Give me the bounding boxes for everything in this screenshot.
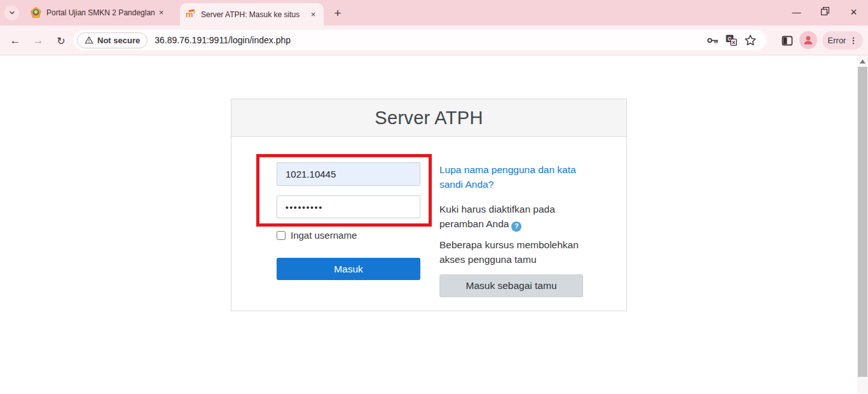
tab-bar: Portal Ujian SMKN 2 Pandeglan × m Server… <box>0 0 868 25</box>
scrollbar-thumb[interactable] <box>858 67 867 377</box>
remember-username-label: Ingat username <box>291 230 357 241</box>
password-key-icon[interactable] <box>703 31 722 49</box>
site-title: Server ATPH <box>375 108 483 129</box>
restore-icon <box>821 7 829 17</box>
forgot-credentials-link[interactable]: Lupa nama pengguna dan kata sandi Anda? <box>439 162 582 192</box>
browser-window: Portal Ujian SMKN 2 Pandeglan × m Server… <box>0 0 868 394</box>
password-input[interactable] <box>277 195 420 218</box>
window-controls: — × <box>782 0 868 24</box>
profile-avatar[interactable] <box>799 31 817 49</box>
tab-portal-ujian[interactable]: Portal Ujian SMKN 2 Pandeglan × <box>25 0 172 25</box>
guest-access-notice: Beberapa kursus membolehkan akses penggu… <box>439 237 582 267</box>
cookies-notice: Kuki harus diaktifkan pada peramban Anda… <box>439 202 582 232</box>
close-window-button[interactable]: × <box>839 0 868 24</box>
tab-title: Server ATPH: Masuk ke situs <box>201 10 308 19</box>
browser-menu-error-button[interactable]: Error ⋮ <box>822 31 863 50</box>
restore-button[interactable] <box>811 0 839 24</box>
error-badge: Error <box>828 36 846 45</box>
cookies-notice-text: Kuki harus diaktifkan pada peramban Anda <box>439 204 555 229</box>
scrollbar-up-arrow[interactable] <box>857 57 868 66</box>
username-input[interactable] <box>277 162 420 186</box>
security-chip[interactable]: Not secure <box>77 32 148 48</box>
login-card-body: Ingat username Masuk Lupa nama pengguna … <box>231 137 626 311</box>
tab-search-button[interactable] <box>4 6 19 20</box>
back-button[interactable]: ← <box>6 32 24 50</box>
help-icon[interactable]: ? <box>511 222 521 232</box>
login-card-header: Server ATPH <box>231 99 626 137</box>
remember-username-checkbox[interactable] <box>277 231 286 240</box>
translate-icon[interactable]: G <box>722 31 741 49</box>
forward-button[interactable]: → <box>29 32 47 50</box>
address-bar[interactable]: Not secure 36.89.76.191:9911/login/index… <box>73 30 766 50</box>
page-content: Server ATPH Ingat username Masuk Lupa na… <box>0 55 868 393</box>
url-text: 36.89.76.191:9911/login/index.php <box>155 35 703 45</box>
tab-close-icon[interactable]: × <box>156 7 167 18</box>
guest-login-button[interactable]: Masuk sebagai tamu <box>439 274 583 297</box>
close-icon: × <box>850 6 857 19</box>
chevron-down-icon <box>8 8 16 19</box>
new-tab-button[interactable]: + <box>330 6 345 21</box>
reload-button[interactable]: ↻ <box>52 32 70 50</box>
bookmark-star-icon[interactable] <box>741 31 760 49</box>
tab-close-icon[interactable]: × <box>308 9 319 20</box>
vertical-scrollbar[interactable] <box>857 55 868 393</box>
remember-username-row: Ingat username <box>277 230 357 241</box>
kebab-menu-icon: ⋮ <box>849 36 857 45</box>
login-card: Server ATPH Ingat username Masuk Lupa na… <box>231 99 627 311</box>
moodle-logo-icon: m <box>185 9 196 20</box>
warning-triangle-icon <box>85 36 93 45</box>
tab-title: Portal Ujian SMKN 2 Pandeglan <box>46 8 156 17</box>
login-button[interactable]: Masuk <box>277 258 420 280</box>
school-logo-icon <box>31 7 41 18</box>
side-panel-icon[interactable] <box>779 32 796 49</box>
browser-toolbar: ← → ↻ Not secure 36.89.76.191:9911/login… <box>0 25 868 55</box>
security-chip-label: Not secure <box>97 36 140 45</box>
tab-server-atph[interactable]: m Server ATPH: Masuk ke situs × <box>180 3 324 25</box>
minimize-button[interactable]: — <box>782 0 811 24</box>
